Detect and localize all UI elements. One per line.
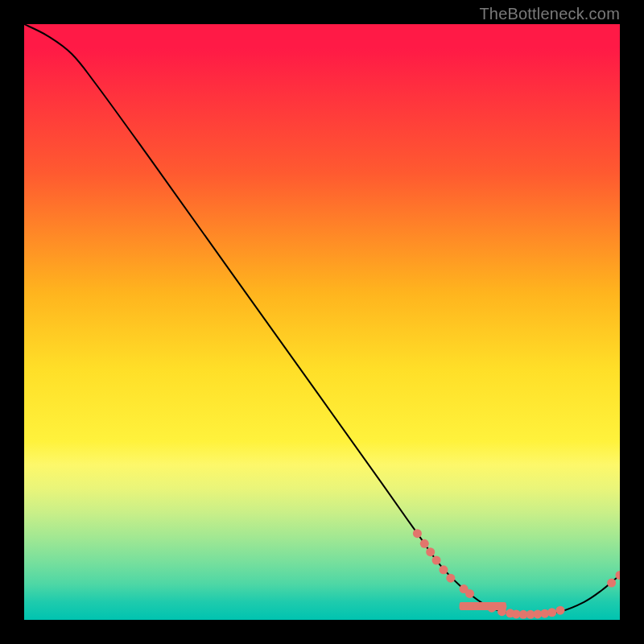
data-point[interactable] [607,579,616,588]
bottleneck-curve [24,24,620,615]
data-point[interactable] [426,547,435,556]
data-point[interactable] [446,574,455,583]
watermark-text: TheBottleneck.com [479,5,620,23]
chart-svg: NVIDIA P106-100 [24,24,620,620]
data-point[interactable] [420,539,429,548]
data-point[interactable] [547,608,556,617]
data-point[interactable] [413,529,422,538]
chart-frame: TheBottleneck.com NVIDIA P106-100 [0,0,644,644]
data-point[interactable] [465,589,474,598]
data-point[interactable] [556,606,565,615]
gpu-badge-label: NVIDIA P106-100 [459,603,507,610]
plot-area: NVIDIA P106-100 [24,24,620,620]
data-point[interactable] [432,556,441,565]
data-point[interactable] [439,565,448,574]
